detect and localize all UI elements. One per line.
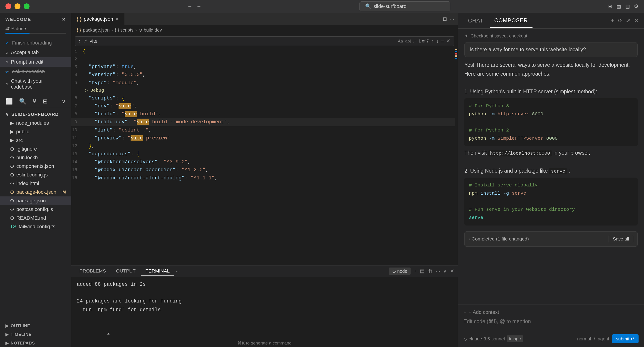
code-line-14: 14 "@hookform/resolvers": "^3.9.0", <box>71 158 454 166</box>
history-icon[interactable]: ↺ <box>618 18 622 24</box>
tab-composer[interactable]: COMPOSER <box>490 14 532 28</box>
file-item-bunlockb[interactable]: ⊙ bun.lockb <box>0 153 71 162</box>
notepads-section[interactable]: ▶ NOTEPADS <box>0 338 71 347</box>
split-editor-icon[interactable]: ⊟ <box>443 16 447 22</box>
file-item-node-modules[interactable]: ▶ node_modules <box>0 119 71 128</box>
file-icon: ⊙ <box>10 163 14 169</box>
find-expand-icon[interactable]: › <box>79 38 80 44</box>
files-icon[interactable]: ⬜ <box>6 98 13 105</box>
file-item-readme[interactable]: ⊙ README.md <box>0 214 71 222</box>
scroll-mark-red <box>455 53 457 54</box>
more-actions-icon[interactable]: ··· <box>450 16 454 22</box>
file-item-tailwind[interactable]: TS tailwind.config.ts <box>0 222 71 231</box>
find-bar: › .* Aa ab| .* 1 of 7 ↑ ↓ ≡ ✕ <box>75 36 454 46</box>
breadcrumb-item[interactable]: package.json <box>83 28 110 33</box>
breadcrumb-item[interactable]: ⊙ build:dev <box>138 27 162 33</box>
more-icon[interactable]: ∨ <box>62 98 66 105</box>
code-line-6: 6 "scripts": { <box>71 94 454 102</box>
split-terminal-icon[interactable]: ▤ <box>420 268 425 274</box>
timeline-section[interactable]: ▶ TIMELINE <box>0 330 71 338</box>
find-options: Aa ab| .* <box>398 39 416 44</box>
model-selector[interactable]: ◇ claude-3.5-sonnet image <box>464 336 523 342</box>
git-icon[interactable]: ⑂ <box>33 98 36 105</box>
regex-icon[interactable]: .* <box>83 38 87 44</box>
tab-close-icon[interactable]: ✕ <box>115 16 119 22</box>
file-item-index-html[interactable]: ⊙ index.html <box>0 179 71 188</box>
onboarding-item-chat-codebase[interactable]: ○ Chat with your codebase <box>0 76 71 92</box>
terminal-content[interactable]: added 88 packages in 2s 24 packages are … <box>71 277 458 339</box>
search-text: slide-surfboard <box>374 4 407 9</box>
close-panel-icon[interactable]: ✕ <box>450 268 454 274</box>
minimize-button[interactable] <box>14 4 20 9</box>
expand-icon[interactable]: ⤢ <box>626 18 630 24</box>
model-name: claude-3.5-sonnet <box>469 336 505 342</box>
breadcrumb-item[interactable]: { } scripts <box>115 28 133 33</box>
scroll-mark-yellow2 <box>455 56 457 57</box>
expand-icon[interactable]: › <box>469 236 470 242</box>
file-item-postcss[interactable]: ⊙ postcss.config.js <box>0 205 71 214</box>
close-sidebar-icon[interactable]: ✕ <box>62 17 66 22</box>
onboarding-item-label: Finish onboarding <box>12 40 52 46</box>
more-actions-icon[interactable]: ··· <box>436 268 440 274</box>
checkout-link[interactable]: checkout <box>509 34 527 38</box>
breadcrumb-item[interactable]: { } <box>77 28 81 33</box>
layout2-icon[interactable]: ▤ <box>616 4 621 9</box>
regex-toggle-icon[interactable]: .* <box>413 39 416 44</box>
file-item-package-json[interactable]: ⊙ package.json <box>0 196 71 205</box>
save-all-button[interactable]: Save all <box>608 235 633 243</box>
sidebar-icon[interactable]: ▧ <box>625 4 630 9</box>
new-chat-icon[interactable]: + <box>611 18 614 24</box>
file-item-public[interactable]: ▶ public <box>0 128 71 136</box>
file-item-package-lock[interactable]: ⊙ package-lock.json M <box>0 188 71 196</box>
whole-word-icon[interactable]: ab| <box>405 39 411 44</box>
delete-terminal-icon[interactable]: 🗑 <box>428 268 433 274</box>
layout-icon[interactable]: ⊞ <box>608 4 612 9</box>
outline-section[interactable]: ▶ OUTLINE <box>0 321 71 330</box>
tab-output[interactable]: OUTPUT <box>112 266 140 276</box>
find-next-icon[interactable]: ↓ <box>436 38 439 44</box>
maximize-panel-icon[interactable]: ∧ <box>443 268 447 274</box>
case-sensitive-icon[interactable]: Aa <box>398 39 403 44</box>
global-search[interactable]: 🔍 slide-surfboard <box>360 1 450 11</box>
section2-title: 2. Using Node.js and a package like serv… <box>464 166 638 176</box>
file-item-eslint[interactable]: ⊙ eslint.config.js <box>0 170 71 179</box>
find-multiline-icon[interactable]: ≡ <box>441 38 444 44</box>
back-button[interactable]: ← <box>187 4 192 9</box>
add-context-button[interactable]: + + Add context <box>464 308 638 316</box>
file-item-src[interactable]: ▶ src <box>0 136 71 145</box>
file-item-gitignore[interactable]: ⊙ .gitignore <box>0 145 71 153</box>
new-terminal-icon[interactable]: + <box>414 268 417 274</box>
close-chat-icon[interactable]: ✕ <box>634 18 638 24</box>
find-input[interactable] <box>90 38 395 44</box>
onboarding-item-ask-question[interactable]: ✓ Ask a question <box>0 67 71 76</box>
file-item-components[interactable]: ⊙ components.json <box>0 162 71 170</box>
code-line <box>469 118 633 126</box>
onboarding-item-prompt-edit[interactable]: ○ Prompt an edit <box>0 57 71 67</box>
close-button[interactable] <box>6 4 11 9</box>
forward-button[interactable]: → <box>196 4 202 9</box>
code-editor[interactable]: 1 { 2 3 "private": true, 4 "version": "0… <box>71 48 458 265</box>
find-close-icon[interactable]: ✕ <box>446 38 450 44</box>
tab-chat[interactable]: CHAT <box>464 14 488 28</box>
maximize-button[interactable] <box>24 4 30 9</box>
titlebar-right-actions: ⊞ ▤ ▧ ⚙ <box>608 4 638 9</box>
chat-input[interactable] <box>464 318 638 331</box>
onboarding-item-accept-tab[interactable]: ○ Accept a tab <box>0 48 71 57</box>
tab-terminal[interactable]: TERMINAL <box>141 266 174 276</box>
find-prev-icon[interactable]: ↑ <box>432 38 434 44</box>
tab-package-json[interactable]: { } package.json ✕ <box>71 13 124 25</box>
panel-more-icon[interactable]: ··· <box>176 269 180 274</box>
extensions-icon[interactable]: ⊞ <box>43 98 48 105</box>
chevron-icon: ▶ <box>6 324 9 328</box>
onboarding-item-finish[interactable]: ✓ Finish onboarding <box>0 38 71 48</box>
file-name: README.md <box>16 215 46 221</box>
search-icon[interactable]: 🔍 <box>19 98 26 105</box>
code-line-15: 15 "@radix-ui/react-accordion": "^1.2.0"… <box>71 166 454 174</box>
circle-icon: ○ <box>6 82 8 87</box>
project-header[interactable]: ∨ SLIDE-SURFBOARD <box>0 110 71 119</box>
code-line-12: 12 }, <box>71 142 454 150</box>
submit-button[interactable]: submit ↵ <box>612 334 638 343</box>
circle-icon: ○ <box>6 50 8 55</box>
settings-icon[interactable]: ⚙ <box>634 4 638 9</box>
tab-problems[interactable]: PROBLEMS <box>75 266 110 276</box>
